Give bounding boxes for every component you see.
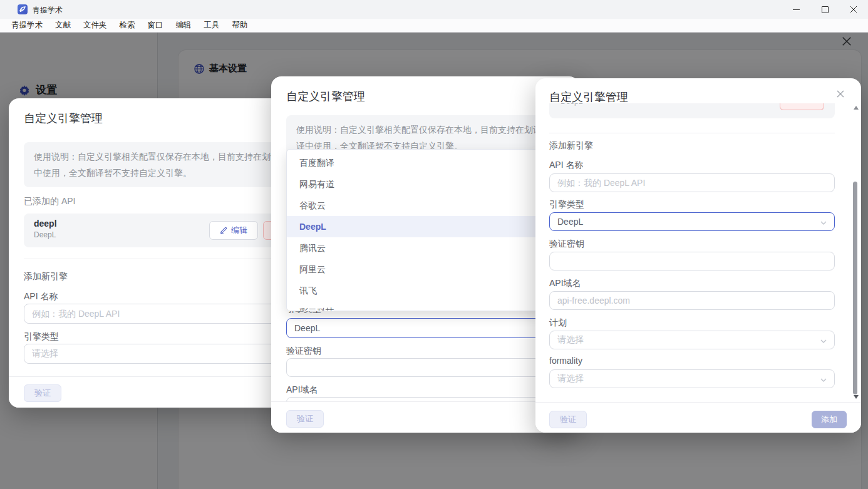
window-title: 青提学术 [33,5,63,16]
dropdown-option-tencent[interactable]: 腾讯云 [287,237,544,259]
edit-button[interactable]: 编辑 [209,221,258,240]
close-icon [836,90,845,98]
api-domain-label: API域名 [286,384,318,396]
api-domain-label: API域名 [549,278,581,289]
menu-help[interactable]: 帮助 [226,19,254,32]
menu-search[interactable]: 检索 [113,19,142,32]
menu-app[interactable]: 青提学术 [5,19,49,32]
plan-select[interactable]: 请选择 [549,331,835,349]
formality-select[interactable]: 请选择 [549,369,835,388]
section-divider [24,259,309,259]
api-domain-input[interactable] [549,291,835,310]
engine-type-dropdown: 百度翻译 网易有道 谷歌云 DeepL 腾讯云 阿里云 讯飞 彩云科技 [286,149,544,311]
dropdown-option-deepl[interactable]: DeepL [287,216,544,237]
dialog-title: 自定义引擎管理 [286,89,365,104]
engine-type-value: DeepL [557,217,583,227]
dialog-footer: 验证 [271,401,579,433]
maximize-button[interactable] [810,0,839,19]
edit-button-label: 编辑 [231,225,247,236]
engine-type-value: DeepL [294,323,320,333]
added-api-label: 已添加的 API [24,196,75,207]
auth-key-input[interactable] [286,358,544,377]
scrollbar-thumb[interactable] [853,182,857,394]
api-name-input[interactable] [549,173,835,192]
add-new-engine-label: 添加新引擎 [24,271,68,282]
dropdown-option-youdao[interactable]: 网易有道 [287,173,544,195]
verify-button[interactable]: 验证 [24,384,61,402]
menu-edit[interactable]: 编辑 [170,19,198,32]
close-window-button[interactable] [839,0,868,19]
engine-type-select[interactable]: DeepL [549,212,835,231]
verify-button[interactable]: 验证 [549,411,587,428]
auth-key-label: 验证密钥 [286,346,321,357]
auth-key-label: 验证密钥 [549,239,584,250]
window-titlebar: 青提学术 [0,0,868,19]
dialog-title: 自定义引擎管理 [24,111,103,126]
menu-literature[interactable]: 文献 [49,19,77,32]
add-button[interactable]: 添加 [812,411,847,428]
close-icon [850,6,857,13]
api-name-label: API 名称 [24,291,58,302]
dialog-footer: 验证 添加 [535,402,861,433]
add-new-engine-label: 添加新引擎 [549,140,593,152]
api-item-row: deepl DeepL 编辑 [24,214,309,247]
menu-window[interactable]: 窗口 [142,19,170,32]
dialog-title: 自定义引擎管理 [549,90,628,105]
api-item-type: DeepL [34,230,56,239]
chevron-down-icon [820,219,827,227]
dropdown-option-baidu[interactable]: 百度翻译 [287,152,544,173]
engine-manager-dialog-middle: 自定义引擎管理 使用说明：自定义引擎相关配置仅保存在本地，目前支持在划词翻译中使… [271,76,579,433]
scrollbar-down-arrow[interactable] [854,395,859,399]
api-name-label: API 名称 [549,160,583,171]
app-logo-icon [18,4,28,14]
dropdown-option-aliyun[interactable]: 阿里云 [287,259,544,280]
select-placeholder: 请选择 [32,348,58,359]
scrolled-api-item-partial: DeepL [549,103,835,118]
chevron-down-icon [820,337,827,345]
engine-type-label: 引擎类型 [549,199,584,210]
menu-bar: 青提学术 文献 文件夹 检索 窗口 编辑 工具 帮助 [0,19,868,33]
pencil-icon [220,227,227,234]
api-item-name: deepl [34,219,57,229]
auth-key-input[interactable] [549,252,835,270]
menu-folders[interactable]: 文件夹 [77,19,113,32]
delete-button-partial[interactable] [780,103,824,110]
select-placeholder: 请选择 [557,373,584,384]
api-name-input[interactable] [24,304,309,324]
dropdown-option-caiyun[interactable]: 彩云科技 [287,301,544,311]
engine-type-select[interactable]: 请选择 [24,344,309,364]
scrollbar-up-arrow[interactable] [854,106,859,110]
api-item-type-partial: DeepL [561,103,582,106]
plan-label: 计划 [549,317,567,329]
engine-manager-dialog-front: 自定义引擎管理 DeepL 添加新引擎 API 名称 引擎类型 DeepL 验证… [535,78,861,433]
dialog-close-button[interactable] [836,90,845,101]
verify-button[interactable]: 验证 [286,410,324,428]
section-divider [549,133,835,133]
formality-label: formality [549,356,582,366]
dropdown-option-google[interactable]: 谷歌云 [287,195,544,216]
chevron-down-icon [820,376,827,384]
menu-tools[interactable]: 工具 [198,19,226,32]
dropdown-option-xunfei[interactable]: 讯飞 [287,280,544,301]
engine-type-label: 引擎类型 [24,331,59,342]
usage-note: 使用说明：自定义引擎相关配置仅保存在本地，目前支持在划词翻译中使用，全文翻译暂不… [24,142,309,187]
select-placeholder: 请选择 [557,334,584,346]
engine-type-select[interactable]: DeepL [286,318,544,338]
minimize-button[interactable] [782,0,810,19]
